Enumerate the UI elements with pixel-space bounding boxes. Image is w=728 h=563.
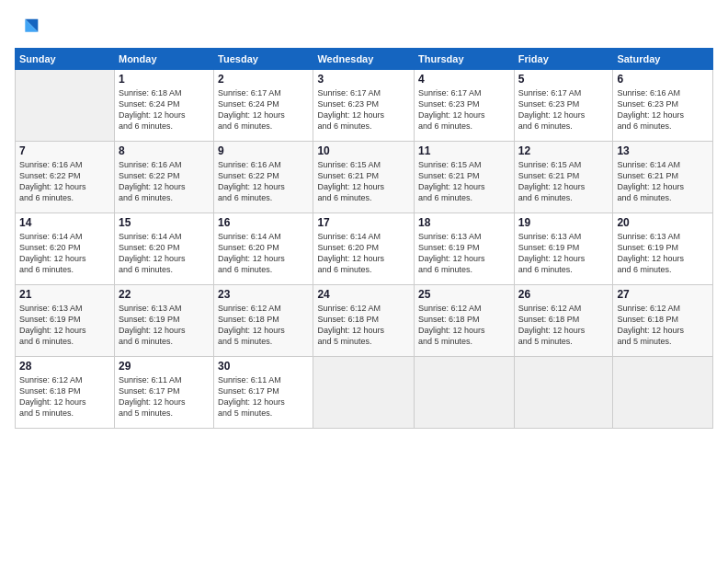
day-number: 3 — [317, 73, 410, 86]
day-cell: 6Sunrise: 6:16 AM Sunset: 6:23 PM Daylig… — [613, 70, 713, 142]
day-cell: 4Sunrise: 6:17 AM Sunset: 6:23 PM Daylig… — [415, 70, 515, 142]
day-info: Sunrise: 6:16 AM Sunset: 6:23 PM Dayligh… — [617, 88, 684, 131]
day-cell: 10Sunrise: 6:15 AM Sunset: 6:21 PM Dayli… — [313, 142, 415, 213]
day-number: 17 — [317, 216, 410, 229]
day-cell: 11Sunrise: 6:15 AM Sunset: 6:21 PM Dayli… — [415, 142, 515, 213]
day-info: Sunrise: 6:11 AM Sunset: 6:17 PM Dayligh… — [119, 375, 186, 418]
day-number: 5 — [518, 73, 609, 86]
day-cell: 20Sunrise: 6:13 AM Sunset: 6:19 PM Dayli… — [613, 213, 713, 285]
day-info: Sunrise: 6:17 AM Sunset: 6:23 PM Dayligh… — [418, 88, 485, 131]
day-info: Sunrise: 6:17 AM Sunset: 6:23 PM Dayligh… — [317, 88, 384, 131]
day-cell: 12Sunrise: 6:15 AM Sunset: 6:21 PM Dayli… — [514, 142, 613, 213]
day-cell: 1Sunrise: 6:18 AM Sunset: 6:24 PM Daylig… — [114, 70, 213, 142]
day-number: 18 — [418, 216, 510, 229]
day-cell: 16Sunrise: 6:14 AM Sunset: 6:20 PM Dayli… — [214, 213, 313, 285]
day-cell: 8Sunrise: 6:16 AM Sunset: 6:22 PM Daylig… — [114, 142, 213, 213]
day-number: 7 — [19, 144, 110, 157]
day-info: Sunrise: 6:15 AM Sunset: 6:21 PM Dayligh… — [518, 160, 586, 202]
day-cell: 3Sunrise: 6:17 AM Sunset: 6:23 PM Daylig… — [313, 70, 415, 142]
day-cell: 18Sunrise: 6:13 AM Sunset: 6:19 PM Dayli… — [415, 213, 515, 285]
day-cell — [16, 70, 115, 142]
day-number: 26 — [518, 288, 609, 301]
day-number: 19 — [518, 216, 609, 229]
day-info: Sunrise: 6:14 AM Sunset: 6:20 PM Dayligh… — [317, 232, 384, 274]
page: SundayMondayTuesdayWednesdayThursdayFrid… — [0, 0, 728, 563]
day-cell: 17Sunrise: 6:14 AM Sunset: 6:20 PM Dayli… — [313, 213, 415, 285]
day-number: 20 — [617, 216, 709, 229]
day-info: Sunrise: 6:13 AM Sunset: 6:19 PM Dayligh… — [19, 304, 86, 346]
day-info: Sunrise: 6:13 AM Sunset: 6:19 PM Dayligh… — [617, 232, 684, 274]
day-cell — [313, 357, 415, 429]
logo — [15, 15, 42, 40]
day-cell: 30Sunrise: 6:11 AM Sunset: 6:17 PM Dayli… — [214, 357, 313, 429]
day-number: 29 — [119, 360, 210, 373]
day-info: Sunrise: 6:12 AM Sunset: 6:18 PM Dayligh… — [19, 375, 86, 418]
day-info: Sunrise: 6:13 AM Sunset: 6:19 PM Dayligh… — [418, 232, 485, 274]
day-number: 1 — [119, 73, 210, 86]
week-row-2: 7Sunrise: 6:16 AM Sunset: 6:22 PM Daylig… — [16, 142, 713, 213]
day-cell: 5Sunrise: 6:17 AM Sunset: 6:23 PM Daylig… — [514, 70, 613, 142]
day-cell: 22Sunrise: 6:13 AM Sunset: 6:19 PM Dayli… — [114, 285, 213, 357]
day-number: 15 — [119, 216, 210, 229]
day-number: 30 — [218, 360, 309, 373]
week-row-3: 14Sunrise: 6:14 AM Sunset: 6:20 PM Dayli… — [16, 213, 713, 285]
logo-icon — [17, 15, 42, 40]
day-cell: 19Sunrise: 6:13 AM Sunset: 6:19 PM Dayli… — [514, 213, 613, 285]
day-cell: 14Sunrise: 6:14 AM Sunset: 6:20 PM Dayli… — [16, 213, 115, 285]
day-info: Sunrise: 6:18 AM Sunset: 6:24 PM Dayligh… — [119, 88, 186, 131]
day-info: Sunrise: 6:12 AM Sunset: 6:18 PM Dayligh… — [317, 304, 384, 346]
day-cell: 21Sunrise: 6:13 AM Sunset: 6:19 PM Dayli… — [16, 285, 115, 357]
day-cell: 7Sunrise: 6:16 AM Sunset: 6:22 PM Daylig… — [16, 142, 115, 213]
day-cell: 2Sunrise: 6:17 AM Sunset: 6:24 PM Daylig… — [214, 70, 313, 142]
week-row-4: 21Sunrise: 6:13 AM Sunset: 6:19 PM Dayli… — [16, 285, 713, 357]
day-info: Sunrise: 6:15 AM Sunset: 6:21 PM Dayligh… — [317, 160, 384, 202]
day-cell: 26Sunrise: 6:12 AM Sunset: 6:18 PM Dayli… — [514, 285, 613, 357]
day-number: 25 — [418, 288, 510, 301]
day-cell: 23Sunrise: 6:12 AM Sunset: 6:18 PM Dayli… — [214, 285, 313, 357]
header — [15, 15, 713, 40]
col-header-friday: Friday — [514, 49, 613, 70]
day-cell: 15Sunrise: 6:14 AM Sunset: 6:20 PM Dayli… — [114, 213, 213, 285]
day-cell: 29Sunrise: 6:11 AM Sunset: 6:17 PM Dayli… — [114, 357, 213, 429]
day-number: 23 — [218, 288, 309, 301]
day-info: Sunrise: 6:13 AM Sunset: 6:19 PM Dayligh… — [518, 232, 586, 274]
day-number: 22 — [119, 288, 210, 301]
day-number: 24 — [317, 288, 410, 301]
day-info: Sunrise: 6:14 AM Sunset: 6:20 PM Dayligh… — [19, 232, 86, 274]
col-header-tuesday: Tuesday — [214, 49, 313, 70]
day-number: 10 — [317, 144, 410, 157]
day-info: Sunrise: 6:12 AM Sunset: 6:18 PM Dayligh… — [518, 304, 586, 346]
header-row: SundayMondayTuesdayWednesdayThursdayFrid… — [16, 49, 713, 70]
week-row-5: 28Sunrise: 6:12 AM Sunset: 6:18 PM Dayli… — [16, 357, 713, 429]
day-info: Sunrise: 6:15 AM Sunset: 6:21 PM Dayligh… — [418, 160, 485, 202]
day-info: Sunrise: 6:12 AM Sunset: 6:18 PM Dayligh… — [418, 304, 485, 346]
day-number: 11 — [418, 144, 510, 157]
day-info: Sunrise: 6:16 AM Sunset: 6:22 PM Dayligh… — [218, 160, 285, 202]
day-number: 4 — [418, 73, 510, 86]
day-info: Sunrise: 6:14 AM Sunset: 6:20 PM Dayligh… — [119, 232, 186, 274]
day-info: Sunrise: 6:12 AM Sunset: 6:18 PM Dayligh… — [617, 304, 684, 346]
day-info: Sunrise: 6:12 AM Sunset: 6:18 PM Dayligh… — [218, 304, 285, 346]
day-cell — [415, 357, 515, 429]
col-header-sunday: Sunday — [16, 49, 115, 70]
day-cell — [514, 357, 613, 429]
day-info: Sunrise: 6:14 AM Sunset: 6:20 PM Dayligh… — [218, 232, 285, 274]
day-number: 27 — [617, 288, 709, 301]
day-cell: 13Sunrise: 6:14 AM Sunset: 6:21 PM Dayli… — [613, 142, 713, 213]
col-header-saturday: Saturday — [613, 49, 713, 70]
day-info: Sunrise: 6:13 AM Sunset: 6:19 PM Dayligh… — [119, 304, 186, 346]
day-number: 16 — [218, 216, 309, 229]
day-number: 6 — [617, 73, 709, 86]
day-info: Sunrise: 6:17 AM Sunset: 6:23 PM Dayligh… — [518, 88, 586, 131]
day-cell: 27Sunrise: 6:12 AM Sunset: 6:18 PM Dayli… — [613, 285, 713, 357]
day-info: Sunrise: 6:16 AM Sunset: 6:22 PM Dayligh… — [119, 160, 186, 202]
week-row-1: 1Sunrise: 6:18 AM Sunset: 6:24 PM Daylig… — [16, 70, 713, 142]
day-info: Sunrise: 6:17 AM Sunset: 6:24 PM Dayligh… — [218, 88, 285, 131]
calendar-table: SundayMondayTuesdayWednesdayThursdayFrid… — [15, 48, 713, 429]
day-info: Sunrise: 6:14 AM Sunset: 6:21 PM Dayligh… — [617, 160, 684, 202]
col-header-monday: Monday — [114, 49, 213, 70]
day-cell: 28Sunrise: 6:12 AM Sunset: 6:18 PM Dayli… — [16, 357, 115, 429]
day-number: 13 — [617, 144, 709, 157]
day-info: Sunrise: 6:11 AM Sunset: 6:17 PM Dayligh… — [218, 375, 285, 418]
day-number: 28 — [19, 360, 110, 373]
